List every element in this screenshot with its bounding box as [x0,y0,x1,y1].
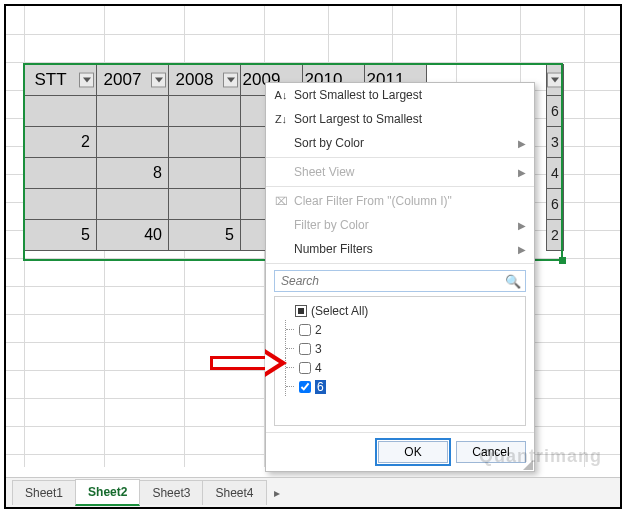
resize-grip-icon[interactable] [523,460,533,470]
tab-sheet1[interactable]: Sheet1 [12,480,76,505]
header-label: 2008 [176,70,214,89]
search-icon: 🔍 [505,274,521,289]
checklist-item[interactable]: 3 [281,339,519,358]
filter-dropdown-icon[interactable] [151,73,166,88]
menu-clear-filter: ⌧ Clear Filter From "(Column I)" [266,189,534,213]
col-header-i[interactable] [546,64,564,96]
cell[interactable]: 5 [25,220,97,251]
menu-label: Sort Smallest to Largest [292,88,526,102]
menu-label: Sheet View [292,165,518,179]
menu-label: Sort by Color [292,136,518,150]
cell[interactable]: 8 [97,158,169,189]
tree-connector [285,358,299,377]
cell[interactable] [97,127,169,158]
sort-asc-icon: A↓ [270,89,292,101]
cell[interactable] [25,96,97,127]
tab-sheet2[interactable]: Sheet2 [75,479,140,506]
tab-sheet4[interactable]: Sheet4 [202,480,266,505]
checklist-label: 4 [315,361,322,375]
tree-connector [285,320,299,339]
checklist-item[interactable]: 4 [281,358,519,377]
cell[interactable] [169,127,241,158]
cell[interactable]: 2 [546,219,564,251]
chevron-right-icon: ▶ [518,138,526,149]
tree-connector [285,339,299,358]
sort-desc-icon: Z↓ [270,113,292,125]
menu-sort-desc[interactable]: Z↓ Sort Largest to Smallest [266,107,534,131]
tab-sheet3[interactable]: Sheet3 [139,480,203,505]
cell[interactable]: 2 [25,127,97,158]
app-frame: STT 2007 2008 2009 2010 2011 2 8 5405 6 … [4,4,622,509]
cell[interactable]: 4 [546,157,564,189]
menu-separator [266,157,534,158]
filter-dropdown-icon[interactable] [223,73,238,88]
cell[interactable]: 5 [169,220,241,251]
cancel-button[interactable]: Cancel [456,441,526,463]
col-header-stt[interactable]: STT [25,65,97,96]
menu-number-filters[interactable]: Number Filters ▶ [266,237,534,261]
tree-connector [285,377,299,396]
cell[interactable]: 6 [546,95,564,127]
menu-separator [266,263,534,264]
header-label: 2007 [104,70,142,89]
checklist-label: 6 [315,380,326,394]
clear-filter-icon: ⌧ [270,195,292,208]
cell[interactable] [97,189,169,220]
right-narrow-column: 6 3 4 6 2 [546,64,564,251]
checklist-label: (Select All) [311,304,368,318]
checkbox[interactable] [299,324,311,336]
cell[interactable] [97,96,169,127]
cell[interactable]: 6 [546,188,564,220]
checkbox[interactable] [299,362,311,374]
checklist-label: 2 [315,323,322,337]
col-header-2007[interactable]: 2007 [97,65,169,96]
cell[interactable] [25,158,97,189]
chevron-right-icon: ▶ [518,220,526,231]
sheet-tab-bar: Sheet1 Sheet2 Sheet3 Sheet4 ▸ [6,477,620,507]
cell[interactable] [25,189,97,220]
header-label: STT [34,70,66,89]
menu-sheet-view: Sheet View ▶ [266,160,534,184]
menu-button-row: OK Cancel [266,432,534,471]
ok-button[interactable]: OK [378,441,448,463]
checkbox[interactable] [299,343,311,355]
filter-dropdown-icon[interactable] [79,73,94,88]
tab-scroll-right-icon[interactable]: ▸ [270,486,284,500]
menu-separator [266,186,534,187]
menu-label: Number Filters [292,242,518,256]
filter-search-box[interactable]: 🔍 [274,270,526,292]
cell[interactable] [169,96,241,127]
menu-label: Clear Filter From "(Column I)" [292,194,526,208]
col-header-2008[interactable]: 2008 [169,65,241,96]
chevron-right-icon: ▶ [518,244,526,255]
chevron-right-icon: ▶ [518,167,526,178]
checkbox[interactable] [299,381,311,393]
cell[interactable] [169,158,241,189]
menu-sort-asc[interactable]: A↓ Sort Smallest to Largest [266,83,534,107]
filter-dropdown-icon[interactable] [547,73,562,88]
cell[interactable]: 3 [546,126,564,158]
checklist-item[interactable]: 2 [281,320,519,339]
checklist-item[interactable]: 6 [281,377,519,396]
filter-menu: A↓ Sort Smallest to Largest Z↓ Sort Larg… [265,82,535,472]
menu-filter-by-color: Filter by Color ▶ [266,213,534,237]
menu-label: Filter by Color [292,218,518,232]
checklist-label: 3 [315,342,322,356]
checkbox-indeterminate-icon[interactable] [295,305,307,317]
cell[interactable] [169,189,241,220]
menu-label: Sort Largest to Smallest [292,112,526,126]
filter-checklist[interactable]: (Select All) 2 3 4 6 [274,296,526,426]
menu-sort-by-color[interactable]: Sort by Color ▶ [266,131,534,155]
filter-search-input[interactable] [279,273,505,289]
cell[interactable]: 40 [97,220,169,251]
checklist-select-all[interactable]: (Select All) [281,301,519,320]
